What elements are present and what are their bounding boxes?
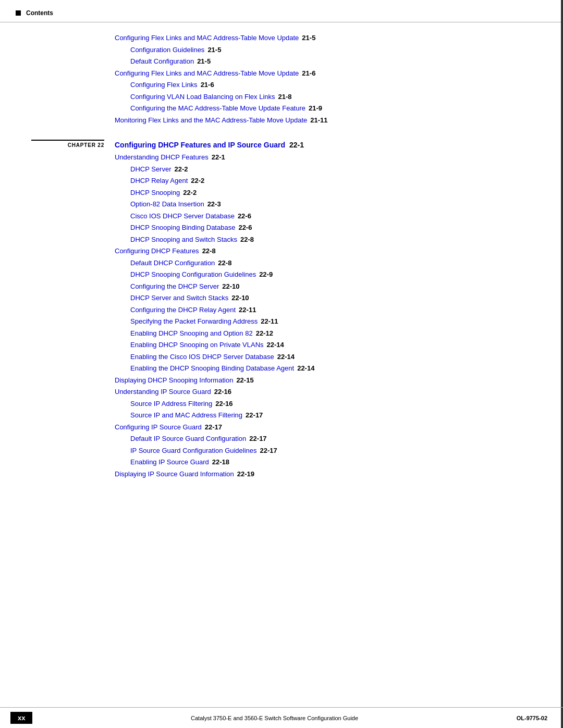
toc-entry: DHCP Snooping and Switch Stacks22-8 bbox=[130, 235, 547, 245]
toc-link[interactable]: Configuration Guidelines bbox=[130, 45, 204, 55]
toc-link[interactable]: Understanding IP Source Guard bbox=[115, 387, 211, 397]
toc-entry: Enabling DHCP Snooping and Option 8222-1… bbox=[130, 328, 547, 339]
toc-link[interactable]: Default IP Source Guard Configuration bbox=[130, 434, 246, 444]
page-header: Contents bbox=[0, 0, 563, 22]
toc-page: 21-5 bbox=[207, 45, 221, 55]
toc-page: 22-8 bbox=[202, 246, 216, 256]
toc-page: 22-8 bbox=[240, 235, 254, 245]
toc-link[interactable]: Displaying DHCP Snooping Information bbox=[115, 375, 233, 386]
toc-entry: DHCP Snooping Binding Database22-6 bbox=[130, 223, 547, 233]
toc-content: Configuring Flex Links and MAC Address-T… bbox=[0, 22, 563, 512]
toc-entry: Default IP Source Guard Configuration22-… bbox=[130, 434, 547, 444]
toc-page: 22-19 bbox=[237, 469, 254, 479]
chapter-22-title-row: Configuring DHCP Features and IP Source … bbox=[115, 140, 547, 151]
toc-link[interactable]: Understanding DHCP Features bbox=[115, 152, 209, 163]
toc-entry: Source IP and MAC Address Filtering22-17 bbox=[130, 410, 547, 421]
toc-page: 21-5 bbox=[197, 56, 211, 67]
toc-entry: Configuring the MAC Address-Table Move U… bbox=[130, 103, 547, 114]
toc-page: 22-17 bbox=[246, 410, 263, 421]
toc-entry: DHCP Snooping22-2 bbox=[130, 188, 547, 198]
chapter-22-entries: Understanding DHCP Features22-1DHCP Serv… bbox=[115, 152, 547, 479]
toc-link[interactable]: Source IP and MAC Address Filtering bbox=[130, 410, 242, 421]
toc-link[interactable]: Enabling the DHCP Snooping Binding Datab… bbox=[130, 363, 294, 374]
toc-entry: Configuring IP Source Guard22-17 bbox=[115, 422, 547, 433]
toc-link[interactable]: Configuring DHCP Features bbox=[115, 246, 199, 256]
toc-link[interactable]: Configuring the DHCP Server bbox=[130, 281, 219, 292]
toc-page: 22-14 bbox=[277, 352, 295, 362]
toc-page: 22-10 bbox=[222, 281, 239, 292]
toc-link[interactable]: Configuring Flex Links and MAC Address-T… bbox=[115, 33, 299, 43]
toc-page: 22-3 bbox=[207, 199, 221, 209]
toc-page: 22-6 bbox=[238, 223, 252, 233]
footer-title: Catalyst 3750-E and 3560-E Switch Softwa… bbox=[32, 715, 516, 721]
toc-link[interactable]: Source IP Address Filtering bbox=[130, 399, 212, 409]
toc-link[interactable]: Configuring IP Source Guard bbox=[115, 422, 202, 433]
toc-page: 22-11 bbox=[261, 316, 278, 327]
toc-entry: Enabling the Cisco IOS DHCP Server Datab… bbox=[130, 352, 547, 362]
toc-link[interactable]: Option-82 Data Insertion bbox=[130, 199, 204, 209]
toc-page: 21-6 bbox=[201, 80, 214, 90]
toc-entry: Configuring Flex Links21-6 bbox=[130, 80, 547, 90]
chapter-22-block: CHAPTER 22 Configuring DHCP Features and… bbox=[115, 140, 547, 151]
toc-link[interactable]: DHCP Server and Switch Stacks bbox=[130, 293, 228, 303]
toc-page: 22-8 bbox=[218, 258, 231, 268]
toc-page: 22-18 bbox=[212, 457, 229, 467]
toc-page: 22-17 bbox=[260, 446, 277, 456]
toc-link[interactable]: Configuring Flex Links bbox=[130, 80, 198, 90]
toc-link[interactable]: Configuring Flex Links and MAC Address-T… bbox=[115, 68, 299, 79]
chapter-22-title-link[interactable]: Configuring DHCP Features and IP Source … bbox=[115, 140, 285, 151]
footer-doc-id: OL-9775-02 bbox=[517, 715, 547, 721]
toc-page: 22-15 bbox=[236, 375, 253, 386]
toc-link[interactable]: DHCP Snooping bbox=[130, 188, 180, 198]
toc-page: 22-10 bbox=[231, 293, 249, 303]
toc-entry: Source IP Address Filtering22-16 bbox=[130, 399, 547, 409]
toc-link[interactable]: Enabling DHCP Snooping and Option 82 bbox=[130, 328, 253, 339]
toc-page: 22-2 bbox=[175, 164, 188, 175]
toc-link[interactable]: Configuring VLAN Load Balancing on Flex … bbox=[130, 92, 275, 102]
footer-page-number: xx bbox=[10, 712, 32, 724]
toc-entry: Configuring VLAN Load Balancing on Flex … bbox=[130, 92, 547, 102]
toc-link[interactable]: Configuring the MAC Address-Table Move U… bbox=[130, 103, 305, 114]
toc-link[interactable]: Configuring the DHCP Relay Agent bbox=[130, 305, 236, 315]
toc-link[interactable]: Monitoring Flex Links and the MAC Addres… bbox=[115, 115, 307, 126]
toc-link[interactable]: Enabling the Cisco IOS DHCP Server Datab… bbox=[130, 352, 274, 362]
toc-link[interactable]: DHCP Server bbox=[130, 164, 172, 175]
toc-link[interactable]: Enabling DHCP Snooping on Private VLANs bbox=[130, 340, 264, 350]
toc-page: 22-6 bbox=[238, 211, 251, 221]
toc-link[interactable]: IP Source Guard Configuration Guidelines bbox=[130, 446, 257, 456]
toc-page: 21-5 bbox=[302, 33, 315, 43]
toc-entry: Enabling IP Source Guard22-18 bbox=[130, 457, 547, 467]
toc-link[interactable]: DHCP Snooping and Switch Stacks bbox=[130, 235, 237, 245]
toc-entry: Displaying IP Source Guard Information22… bbox=[115, 469, 547, 479]
toc-page: 22-12 bbox=[256, 328, 273, 339]
toc-entry: Cisco IOS DHCP Server Database22-6 bbox=[130, 211, 547, 221]
toc-entry: Understanding IP Source Guard22-16 bbox=[115, 387, 547, 397]
toc-link[interactable]: Enabling IP Source Guard bbox=[130, 457, 209, 467]
toc-link[interactable]: Specifying the Packet Forwarding Address bbox=[130, 316, 258, 327]
toc-link[interactable]: Default DHCP Configuration bbox=[130, 258, 215, 268]
toc-entry: Configuring the DHCP Relay Agent22-11 bbox=[130, 305, 547, 315]
toc-link[interactable]: Cisco IOS DHCP Server Database bbox=[130, 211, 235, 221]
toc-entry: Enabling the DHCP Snooping Binding Datab… bbox=[130, 363, 547, 374]
toc-page: 22-14 bbox=[297, 363, 314, 374]
header-icon bbox=[16, 10, 21, 16]
toc-link[interactable]: DHCP Snooping Binding Database bbox=[130, 223, 235, 233]
toc-link[interactable]: Displaying IP Source Guard Information bbox=[115, 469, 234, 479]
toc-page: 22-17 bbox=[205, 422, 222, 433]
toc-page: 22-1 bbox=[212, 152, 225, 163]
toc-entry: Configuring Flex Links and MAC Address-T… bbox=[115, 68, 547, 79]
header-label: Contents bbox=[26, 9, 53, 17]
toc-entry: Default Configuration21-5 bbox=[130, 56, 547, 67]
toc-link[interactable]: DHCP Snooping Configuration Guidelines bbox=[130, 269, 256, 280]
toc-page: 22-9 bbox=[259, 269, 273, 280]
toc-entry: Option-82 Data Insertion22-3 bbox=[130, 199, 547, 209]
chapter-number-label: CHAPTER 22 bbox=[31, 140, 104, 148]
toc-link[interactable]: Default Configuration bbox=[130, 56, 194, 67]
toc-entry: Understanding DHCP Features22-1 bbox=[115, 152, 547, 163]
toc-entry: Monitoring Flex Links and the MAC Addres… bbox=[115, 115, 547, 126]
toc-entry: Configuring DHCP Features22-8 bbox=[115, 246, 547, 256]
page-footer: xx Catalyst 3750-E and 3560-E Switch Sof… bbox=[0, 707, 563, 728]
toc-entry: DHCP Server22-2 bbox=[130, 164, 547, 175]
toc-page: 22-14 bbox=[267, 340, 284, 350]
toc-link[interactable]: DHCP Relay Agent bbox=[130, 176, 188, 186]
